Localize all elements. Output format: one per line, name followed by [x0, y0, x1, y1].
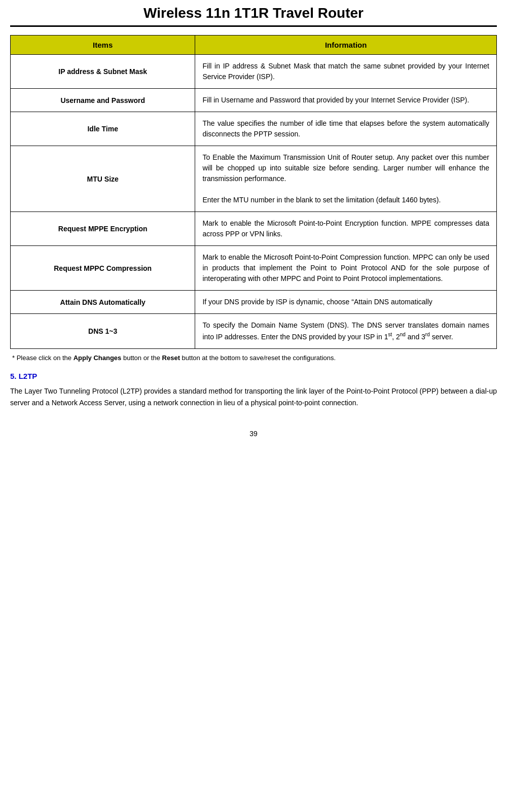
reset-label: Reset: [162, 354, 180, 362]
item-username-password: Username and Password: [11, 89, 195, 112]
dns-info-part2: , 2: [392, 333, 400, 341]
table-row: Attain DNS Automatically If your DNS pro…: [11, 291, 497, 314]
info-dns-1-3: To specify the Domain Name System (DNS).…: [195, 314, 497, 349]
info-ip-subnet: Fill in IP address & Subnet Mask that ma…: [195, 55, 497, 89]
item-dns-1-3: DNS 1~3: [11, 314, 195, 349]
item-attain-dns: Attain DNS Automatically: [11, 291, 195, 314]
mtu-info-part1: To Enable the Maximum Transmission Unit …: [202, 153, 489, 183]
item-mtu-size: MTU Size: [11, 146, 195, 212]
dns-sup3: rd: [425, 332, 430, 337]
table-row: Idle Time The value specifies the number…: [11, 112, 497, 146]
section-heading: 5. L2TP: [10, 372, 497, 380]
footnote-middle: button or the: [121, 354, 162, 362]
mtu-info-part2: Enter the MTU number in the blank to set…: [202, 196, 441, 204]
dns-info-part3: and 3: [406, 333, 425, 341]
table-row: IP address & Subnet Mask Fill in IP addr…: [11, 55, 497, 89]
col-items-header: Items: [11, 36, 195, 55]
col-info-header: Information: [195, 36, 497, 55]
item-ip-subnet: IP address & Subnet Mask: [11, 55, 195, 89]
info-mppc-compression: Mark to enable the Microsoft Point-to-Po…: [195, 246, 497, 291]
table-row: Request MPPE Encryption Mark to enable t…: [11, 212, 497, 246]
footnote: * Please click on the Apply Changes butt…: [10, 354, 497, 362]
section-body: The Layer Two Tunneling Protocol (L2TP) …: [10, 385, 497, 410]
info-idle-time: The value specifies the number of idle t…: [195, 112, 497, 146]
table-row: Username and Password Fill in Username a…: [11, 89, 497, 112]
main-table: Items Information IP address & Subnet Ma…: [10, 35, 497, 349]
info-attain-dns: If your DNS provide by ISP is dynamic, c…: [195, 291, 497, 314]
table-row: Request MPPC Compression Mark to enable …: [11, 246, 497, 291]
apply-changes-label: Apply Changes: [74, 354, 122, 362]
table-row: DNS 1~3 To specify the Domain Name Syste…: [11, 314, 497, 349]
page-number: 39: [10, 430, 497, 438]
table-row: MTU Size To Enable the Maximum Transmiss…: [11, 146, 497, 212]
info-mppe-encryption: Mark to enable the Microsoft Point-to-Po…: [195, 212, 497, 246]
footnote-prefix: * Please click on the: [12, 354, 74, 362]
footnote-suffix: button at the bottom to save/reset the c…: [180, 354, 336, 362]
item-idle-time: Idle Time: [11, 112, 195, 146]
dns-info-part4: server.: [430, 333, 453, 341]
item-mppc-compression: Request MPPC Compression: [11, 246, 195, 291]
item-mppe-encryption: Request MPPE Encryption: [11, 212, 195, 246]
dns-sup2: nd: [400, 332, 406, 337]
info-mtu-size: To Enable the Maximum Transmission Unit …: [195, 146, 497, 212]
info-username-password: Fill in Username and Password that provi…: [195, 89, 497, 112]
page-header: Wireless 11n 1T1R Travel Router: [10, 5, 497, 27]
